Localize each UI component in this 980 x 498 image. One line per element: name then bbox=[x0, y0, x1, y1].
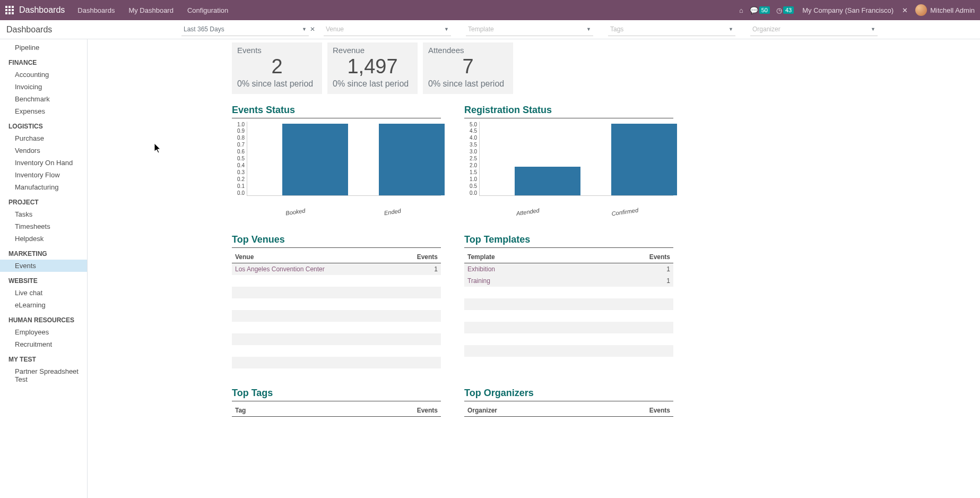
sidebar-group: PROJECT bbox=[0, 193, 87, 208]
table-row-empty bbox=[232, 298, 441, 310]
table-header: Venue bbox=[232, 251, 395, 263]
table-row-empty bbox=[232, 345, 441, 357]
table-row-empty bbox=[232, 357, 441, 368]
kpi-attendees[interactable]: Attendees70% since last period bbox=[423, 42, 513, 94]
sidebar-item-tasks[interactable]: Tasks bbox=[0, 208, 87, 220]
chart-bar[interactable] bbox=[515, 167, 580, 195]
table-row-empty bbox=[464, 357, 673, 368]
chart-x-axis: BookedEnded bbox=[247, 207, 441, 215]
kpi-label: Attendees bbox=[428, 46, 508, 55]
menu-configuration[interactable]: Configuration bbox=[187, 6, 228, 14]
chart: 5.04.54.03.53.02.52.01.51.00.50.0 bbox=[464, 122, 673, 207]
chart-plot bbox=[479, 122, 673, 196]
sidebar-group: MARKETING bbox=[0, 245, 87, 260]
filter-bar: Dashboards Last 365 Days▼✕Venue▼Template… bbox=[0, 20, 980, 39]
sidebar-group: LOGISTICS bbox=[0, 117, 87, 132]
sidebar-item-recruitment[interactable]: Recruitment bbox=[0, 338, 87, 350]
filter-template[interactable]: Template▼ bbox=[466, 23, 593, 36]
kpi-delta: 0% since last period bbox=[428, 79, 508, 89]
table-row[interactable]: Exhibition1 bbox=[464, 263, 673, 275]
chart-bar[interactable] bbox=[611, 124, 677, 195]
chart-x-axis: AttendedConfirmed bbox=[479, 207, 673, 215]
table-row[interactable]: Training1 bbox=[464, 275, 673, 287]
table-header: Organizer bbox=[464, 405, 583, 417]
filter-last-365-days[interactable]: Last 365 Days▼✕ bbox=[181, 23, 309, 36]
chart-bar[interactable] bbox=[282, 124, 348, 195]
panel-top-venues: Top Venues VenueEventsLos Angeles Conven… bbox=[232, 234, 441, 368]
apps-grid-icon[interactable] bbox=[5, 6, 14, 14]
table-row-empty bbox=[232, 322, 441, 333]
kpi-revenue[interactable]: Revenue1,4970% since last period bbox=[327, 42, 418, 94]
sidebar-item-expenses[interactable]: Expenses bbox=[0, 105, 87, 117]
table-cell: 1 bbox=[395, 263, 441, 275]
sidebar-item-employees[interactable]: Employees bbox=[0, 326, 87, 338]
sidebar-item-live-chat[interactable]: Live chat bbox=[0, 287, 87, 299]
kpi-value: 7 bbox=[428, 55, 508, 79]
svg-rect-5 bbox=[12, 9, 14, 11]
menu-dashboards[interactable]: Dashboards bbox=[77, 6, 115, 14]
panel-registration-status: Registration Status 5.04.54.03.53.02.52.… bbox=[464, 105, 673, 215]
panel-events-status: Events Status 1.00.90.80.70.60.50.40.30.… bbox=[232, 105, 441, 215]
kpi-delta: 0% since last period bbox=[237, 79, 317, 89]
sidebar-item-accounting[interactable]: Accounting bbox=[0, 68, 87, 81]
table-cell[interactable]: Exhibition bbox=[464, 263, 580, 275]
table-row-empty bbox=[464, 310, 673, 322]
sidebar-item-partner-spreadsheet-test[interactable]: Partner Spreadsheet Test bbox=[0, 365, 87, 385]
svg-rect-1 bbox=[8, 6, 11, 8]
sidebar-item-benchmark[interactable]: Benchmark bbox=[0, 93, 87, 105]
company-selector[interactable]: My Company (San Francisco) bbox=[802, 6, 894, 14]
menu-my-dashboard[interactable]: My Dashboard bbox=[128, 6, 174, 14]
sidebar-item-elearning[interactable]: eLearning bbox=[0, 299, 87, 311]
sidebar-group: FINANCE bbox=[0, 54, 87, 68]
sidebar: PipelineFINANCEAccountingInvoicingBenchm… bbox=[0, 39, 88, 498]
filter-tags[interactable]: Tags▼ bbox=[608, 23, 735, 36]
kpi-value: 1,497 bbox=[333, 55, 412, 79]
panel-title: Top Templates bbox=[464, 234, 673, 248]
table-header: Tag bbox=[232, 405, 313, 417]
messages-icon[interactable]: 💬50 bbox=[750, 6, 770, 14]
table-header: Events bbox=[583, 405, 673, 417]
kpi-events[interactable]: Events20% since last period bbox=[232, 42, 322, 94]
table-cell[interactable]: Los Angeles Convention Center bbox=[232, 263, 395, 275]
panel-title: Events Status bbox=[232, 105, 441, 118]
svg-rect-3 bbox=[5, 9, 7, 11]
clear-filter-icon[interactable]: ✕ bbox=[310, 25, 315, 33]
activities-icon[interactable]: ◷43 bbox=[776, 6, 794, 14]
table-header: Events bbox=[580, 251, 673, 263]
filter-organizer[interactable]: Organizer▼ bbox=[750, 23, 878, 36]
table-header: Events bbox=[313, 405, 441, 417]
sidebar-group: HUMAN RESOURCES bbox=[0, 311, 87, 326]
table-row-empty bbox=[232, 287, 441, 298]
sidebar-item-inventory-on-hand[interactable]: Inventory On Hand bbox=[0, 157, 87, 169]
table-cell[interactable]: Training bbox=[464, 275, 580, 287]
messages-badge: 50 bbox=[759, 6, 770, 14]
panel-top-templates: Top Templates TemplateEventsExhibition1T… bbox=[464, 234, 673, 368]
user-name[interactable]: Mitchell Admin bbox=[930, 6, 975, 14]
filter-venue[interactable]: Venue▼ bbox=[324, 23, 451, 36]
debug-icon[interactable]: ✕ bbox=[902, 6, 908, 14]
svg-rect-0 bbox=[5, 6, 7, 8]
table-row[interactable]: Los Angeles Convention Center1 bbox=[232, 263, 441, 275]
sidebar-item-invoicing[interactable]: Invoicing bbox=[0, 81, 87, 93]
app-brand[interactable]: Dashboards bbox=[19, 5, 65, 15]
sidebar-item-vendors[interactable]: Vendors bbox=[0, 144, 87, 157]
table-row-empty bbox=[232, 275, 441, 287]
kpi-label: Revenue bbox=[333, 46, 412, 55]
user-avatar[interactable] bbox=[915, 4, 927, 16]
sidebar-item-manufacturing[interactable]: Manufacturing bbox=[0, 181, 87, 193]
sidebar-group: MY TEST bbox=[0, 350, 87, 365]
svg-rect-4 bbox=[8, 9, 11, 11]
panel-title: Registration Status bbox=[464, 105, 673, 118]
sidebar-item-purchase[interactable]: Purchase bbox=[0, 132, 87, 144]
sidebar-item-timesheets[interactable]: Timesheets bbox=[0, 220, 87, 233]
chart-plot bbox=[247, 122, 441, 196]
sidebar-item-pipeline[interactable]: Pipeline bbox=[0, 41, 87, 54]
sidebar-item-events[interactable]: Events bbox=[0, 260, 87, 272]
chart-bar[interactable] bbox=[379, 124, 445, 195]
panel-title: Top Venues bbox=[232, 234, 441, 248]
table-cell: 1 bbox=[580, 275, 673, 287]
sidebar-item-helpdesk[interactable]: Helpdesk bbox=[0, 233, 87, 245]
home-icon[interactable]: ⌂ bbox=[739, 6, 743, 14]
sidebar-item-inventory-flow[interactable]: Inventory Flow bbox=[0, 169, 87, 181]
table-cell: 1 bbox=[580, 263, 673, 275]
